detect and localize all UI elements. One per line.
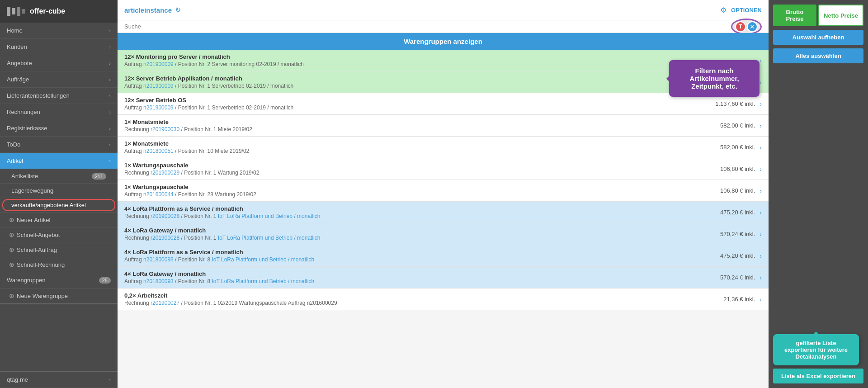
row-chevron-icon[interactable]: › (760, 252, 762, 260)
tag-close-button[interactable]: ✕ (747, 21, 758, 32)
sidebar-action-schnell-auftrag[interactable]: ⊕ Schnell-Auftrag (0, 242, 118, 257)
refresh-icon[interactable]: ↻ (175, 6, 181, 14)
content-area: Warengruppen anzeigen Filtern nach Artik… (118, 33, 769, 388)
list-item[interactable]: 1× Monatsmiete Rechnung r201900030 / Pos… (118, 115, 769, 137)
row-right: 475,20 € inkl. › (720, 252, 762, 260)
sidebar-sub-lagerbewegung[interactable]: Lagerbewegung (0, 184, 118, 198)
order-link[interactable]: n201900009 (143, 61, 174, 67)
sidebar-item-registrierkasse[interactable]: Registrierkasse › (0, 120, 118, 137)
sidebar-item-rechnungen[interactable]: Rechnungen › (0, 104, 118, 120)
row-left: 4× LoRa Plattform as a Service / monatli… (124, 249, 720, 263)
row-left: 4× LoRa Gateway / monatlich Rechnung r20… (124, 227, 720, 241)
row-chevron-icon[interactable]: › (760, 100, 762, 108)
row-chevron-icon[interactable]: › (760, 144, 762, 151)
row-chevron-icon[interactable]: › (760, 209, 762, 216)
row-left: 4× LoRa Gateway / monatlich Auftrag n201… (124, 270, 720, 284)
tooltip-export: gefilterte Liste exportieren für weitere… (773, 334, 859, 365)
app-logo (7, 7, 25, 16)
sidebar-item-auftraege[interactable]: Aufträge › (0, 71, 118, 88)
pos-label: Position Nr. 1 (184, 126, 216, 132)
row-chevron-icon[interactable]: › (760, 296, 762, 303)
row-chevron-icon[interactable]: › (760, 79, 762, 86)
tag-red-button[interactable]: T (735, 21, 746, 32)
plus-icon: ⊕ (9, 231, 14, 238)
row-subtitle: Rechnung r201900028 / Position Nr. 1 IoT… (124, 235, 720, 241)
desc-text: Server monitoring 02-2019 / monatlich (212, 61, 304, 67)
sidebar-action-schnell-rechnung[interactable]: ⊕ Schnell-Rechnung (0, 257, 118, 272)
sidebar-action-neue-warengruppe[interactable]: ⊕ Neue Warengruppe (0, 289, 118, 303)
settings-icon[interactable]: ⚙ (720, 6, 726, 14)
chevron-right-icon: › (109, 142, 111, 147)
row-subtitle: Rechnung r201900029 / Position Nr. 1 War… (124, 170, 720, 176)
page-title: articleinstance (124, 6, 172, 14)
order-link[interactable]: n201800093 (143, 256, 174, 263)
row-qty: 1× (124, 118, 131, 125)
pos-label: Position Nr. 8 (178, 256, 210, 263)
sidebar-item-artikel[interactable]: Artikel › (0, 153, 118, 169)
row-title: 1× Monatsmiete (124, 140, 720, 147)
row-left: 12× Server Betrieb OS Auftrag n201900009… (124, 97, 715, 111)
list-item[interactable]: 4× LoRa Plattform as a Service / monatli… (118, 245, 769, 267)
sidebar-item-home[interactable]: Home › (0, 23, 118, 39)
sidebar-action-neuer-artikel[interactable]: ⊕ Neuer Artikel (0, 213, 118, 227)
row-chevron-icon[interactable]: › (760, 274, 762, 281)
search-input[interactable] (124, 23, 762, 30)
sidebar-action-schnell-angebot[interactable]: ⊕ Schnell-Angebot (0, 227, 118, 242)
order-link[interactable]: n201800051 (143, 148, 174, 154)
order-link[interactable]: r201900027 (151, 300, 179, 306)
row-left: 1× Wartungspauschale Auftrag n201600044 … (124, 184, 720, 198)
optionen-button[interactable]: OPTIONEN (731, 7, 762, 14)
sidebar-item-kunden[interactable]: Kunden › (0, 39, 118, 55)
sidebar-sub-verkaufte-artikel[interactable]: verkaufte/angebotene Artikel (0, 198, 118, 213)
order-link[interactable]: n201900009 (143, 83, 174, 89)
order-link[interactable]: r201900030 (151, 126, 179, 132)
order-link[interactable]: n201800093 (143, 278, 174, 284)
row-price: 582,00 € inkl. (720, 144, 755, 151)
row-chevron-icon[interactable]: › (760, 122, 762, 129)
row-chevron-icon[interactable]: › (760, 187, 762, 194)
list-item[interactable]: 1× Wartungspauschale Rechnung r201900029… (118, 158, 769, 180)
desc-link[interactable]: IoT LoRa Plattform und Betrieb / monatli… (218, 235, 321, 241)
sidebar-sub-artikelliste[interactable]: Artikelliste 211 (0, 169, 118, 184)
sidebar-item-todo[interactable]: ToDo › (0, 137, 118, 153)
row-title: 0,2× Arbeitszeit (124, 292, 723, 299)
row-right: › (760, 57, 762, 64)
desc-link[interactable]: IoT LoRa Plattform und Betrieb / monatli… (212, 278, 315, 284)
order-link[interactable]: n201600044 (143, 191, 174, 198)
row-price: 582,00 € inkl. (720, 122, 755, 129)
row-chevron-icon[interactable]: › (760, 231, 762, 238)
order-link[interactable]: n201900009 (143, 104, 174, 111)
plus-icon: ⊕ (9, 292, 14, 299)
list-item[interactable]: 1× Wartungspauschale Auftrag n201600044 … (118, 180, 769, 202)
searchbar: T ✕ (118, 20, 769, 33)
sidebar-item-lieferantenbestellungen[interactable]: Lieferantenbestellungen › (0, 88, 118, 104)
list-item[interactable]: 4× LoRa Gateway / monatlich Rechnung r20… (118, 223, 769, 245)
row-right: › (760, 79, 762, 86)
row-subtitle: Auftrag n201800051 / Position Nr. 10 Mie… (124, 148, 720, 154)
plus-icon: ⊕ (9, 261, 14, 268)
list-item[interactable]: 4× LoRa Gateway / monatlich Auftrag n201… (118, 267, 769, 289)
order-link[interactable]: r201900028 (151, 213, 179, 219)
list-item[interactable]: 0,2× Arbeitszeit Rechnung r201900027 / P… (118, 289, 769, 310)
sidebar-item-qtag[interactable]: qtag.me › (0, 372, 118, 388)
sidebar-item-angebote[interactable]: Angebote › (0, 55, 118, 71)
desc-link[interactable]: IoT LoRa Plattform und Betrieb / monatli… (218, 213, 321, 219)
desc-link[interactable]: IoT LoRa Plattform und Betrieb / monatli… (212, 256, 315, 263)
sidebar-item-warengruppen[interactable]: Warengruppen 25 (0, 272, 118, 289)
row-qty: 4× (124, 205, 131, 212)
netto-preise-button[interactable]: Netto Preise (818, 5, 863, 26)
list-item[interactable]: 4× LoRa Plattform as a Service / monatli… (118, 202, 769, 223)
chevron-right-icon: › (109, 28, 111, 33)
order-link[interactable]: r201900028 (151, 235, 179, 241)
order-link[interactable]: r201900029 (151, 170, 179, 176)
export-excel-button[interactable]: Liste als Excel exportieren (773, 369, 863, 383)
row-subtitle: Auftrag n201800093 / Position Nr. 8 IoT … (124, 278, 720, 284)
row-chevron-icon[interactable]: › (760, 57, 762, 64)
pos-label: Position Nr. 10 (178, 148, 213, 154)
auswahl-aufheben-button[interactable]: Auswahl aufheben (773, 30, 863, 45)
alles-auswaehlen-button[interactable]: Alles auswählen (773, 48, 863, 63)
row-chevron-icon[interactable]: › (760, 166, 762, 173)
list-item[interactable]: 1× Monatsmiete Auftrag n201800051 / Posi… (118, 137, 769, 158)
brutto-preise-button[interactable]: Brutto Preise (773, 5, 816, 26)
row-title: 1× Wartungspauschale (124, 184, 720, 190)
